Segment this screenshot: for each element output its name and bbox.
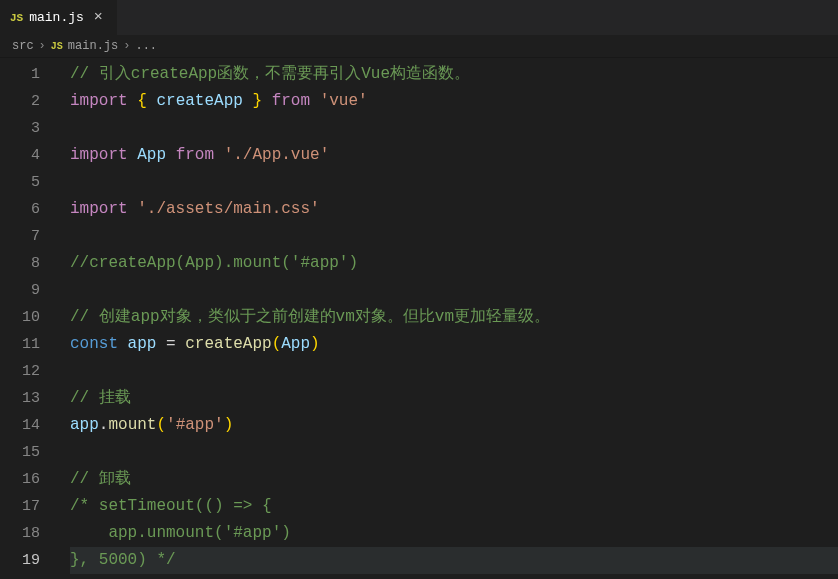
code-line	[70, 277, 838, 304]
code-line: app.unmount('#app')	[70, 520, 838, 547]
code-line	[70, 223, 838, 250]
line-number: 9	[0, 277, 40, 304]
code-line: // 引入createApp函数，不需要再引入Vue构造函数。	[70, 61, 838, 88]
code-line: // 卸载	[70, 466, 838, 493]
line-number: 4	[0, 142, 40, 169]
chevron-right-icon: ›	[39, 39, 46, 53]
code-line: /* setTimeout(() => {	[70, 493, 838, 520]
breadcrumb[interactable]: src › JS main.js › ...	[0, 35, 838, 57]
code-line	[70, 115, 838, 142]
code-line: // 创建app对象，类似于之前创建的vm对象。但比vm更加轻量级。	[70, 304, 838, 331]
js-file-icon: JS	[10, 12, 23, 24]
line-number: 15	[0, 439, 40, 466]
line-number: 1	[0, 61, 40, 88]
tab-main-js[interactable]: JS main.js ×	[0, 0, 118, 35]
line-number: 19	[0, 547, 40, 574]
code-line	[70, 439, 838, 466]
close-icon[interactable]: ×	[90, 7, 107, 28]
line-number: 14	[0, 412, 40, 439]
line-number: 10	[0, 304, 40, 331]
code-line: const app = createApp(App)	[70, 331, 838, 358]
line-number: 13	[0, 385, 40, 412]
tab-label: main.js	[29, 10, 84, 25]
breadcrumb-folder: src	[12, 39, 34, 53]
code-line	[70, 169, 838, 196]
code-line	[70, 358, 838, 385]
code-line: import App from './App.vue'	[70, 142, 838, 169]
chevron-right-icon: ›	[123, 39, 130, 53]
breadcrumb-file: main.js	[68, 39, 118, 53]
line-number: 5	[0, 169, 40, 196]
code-line: //createApp(App).mount('#app')	[70, 250, 838, 277]
line-number: 8	[0, 250, 40, 277]
line-number: 2	[0, 88, 40, 115]
line-number: 7	[0, 223, 40, 250]
line-number: 18	[0, 520, 40, 547]
line-number: 11	[0, 331, 40, 358]
code-line: app.mount('#app')	[70, 412, 838, 439]
code-line: import './assets/main.css'	[70, 196, 838, 223]
tab-bar: JS main.js ×	[0, 0, 838, 35]
code-line: }, 5000) */	[70, 547, 838, 574]
js-file-icon: JS	[51, 41, 63, 52]
code-editor[interactable]: 1 2 3 4 5 6 7 8 9 10 11 12 13 14 15 16 1…	[0, 57, 838, 574]
code-line: import { createApp } from 'vue'	[70, 88, 838, 115]
line-number: 17	[0, 493, 40, 520]
line-gutter: 1 2 3 4 5 6 7 8 9 10 11 12 13 14 15 16 1…	[0, 61, 58, 574]
breadcrumb-ellipsis: ...	[135, 39, 157, 53]
line-number: 3	[0, 115, 40, 142]
code-content[interactable]: // 引入createApp函数，不需要再引入Vue构造函数。 import {…	[58, 61, 838, 574]
line-number: 16	[0, 466, 40, 493]
line-number: 6	[0, 196, 40, 223]
line-number: 12	[0, 358, 40, 385]
code-line: // 挂载	[70, 385, 838, 412]
